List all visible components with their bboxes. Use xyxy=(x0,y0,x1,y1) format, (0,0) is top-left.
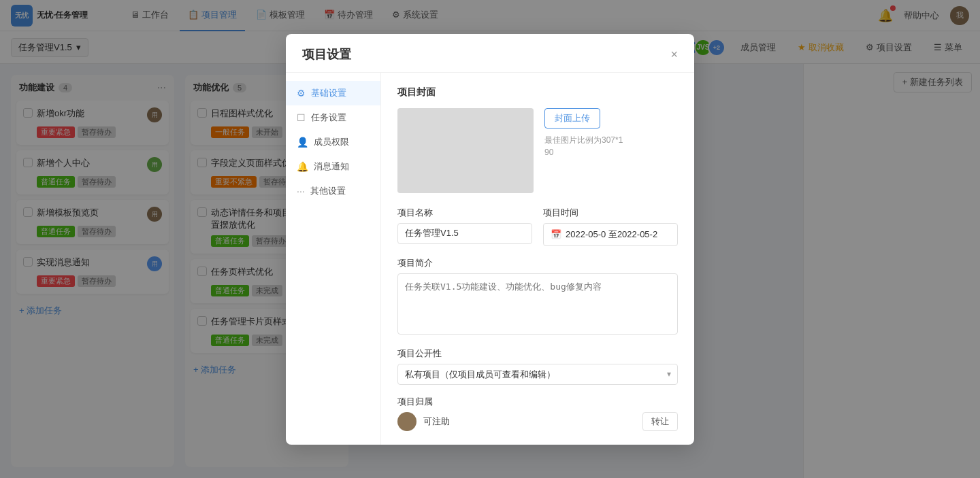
cover-section-title: 项目封面 xyxy=(397,86,678,99)
task-settings-icon: ☐ xyxy=(297,112,306,123)
visibility-select-wrapper: 私有项目（仅项目成员可查看和编辑） ▾ xyxy=(397,364,678,385)
attribution-avatar xyxy=(397,412,416,431)
members-icon: 👤 xyxy=(297,137,308,148)
attribution-row: 可注助 转让 xyxy=(397,412,678,431)
visibility-label: 项目公开性 xyxy=(397,347,678,360)
modal-sidebar: ⚙ 基础设置 ☐ 任务设置 👤 成员权限 🔔 消息通知 ··· 其他设置 xyxy=(286,73,381,445)
project-settings-modal: 项目设置 × ⚙ 基础设置 ☐ 任务设置 👤 成员权限 🔔 xyxy=(286,34,694,445)
modal-overlay[interactable]: 项目设置 × ⚙ 基础设置 ☐ 任务设置 👤 成员权限 🔔 xyxy=(0,0,980,478)
modal-nav-members[interactable]: 👤 成员权限 xyxy=(286,130,380,154)
project-name-group: 项目名称 xyxy=(397,207,532,246)
project-name-input[interactable] xyxy=(397,223,532,244)
modal-nav-task-settings[interactable]: ☐ 任务设置 xyxy=(286,105,380,130)
intro-label: 项目简介 xyxy=(397,257,678,269)
attribution-label: 项目归属 xyxy=(397,396,678,408)
cover-preview xyxy=(397,108,534,193)
modal-nav-basic-settings[interactable]: ⚙ 基础设置 xyxy=(286,81,380,105)
project-time-group: 项目时间 📅 2022-05-0 至2022-05-2 xyxy=(543,207,678,246)
cover-upload-area: 封面上传 最佳图片比例为307*1 90 xyxy=(544,108,623,158)
calendar-icon: 📅 xyxy=(551,229,561,239)
name-time-row: 项目名称 项目时间 📅 2022-05-0 至2022-05-2 xyxy=(397,207,678,246)
attribution-name: 可注助 xyxy=(423,415,450,428)
intro-textarea[interactable] xyxy=(397,273,678,335)
modal-nav-notifications[interactable]: 🔔 消息通知 xyxy=(286,154,380,179)
project-time-input[interactable]: 📅 2022-05-0 至2022-05-2 xyxy=(543,223,678,246)
modal-body: ⚙ 基础设置 ☐ 任务设置 👤 成员权限 🔔 消息通知 ··· 其他设置 xyxy=(286,73,694,445)
transfer-button[interactable]: 转让 xyxy=(642,412,678,431)
notification-icon: 🔔 xyxy=(297,161,308,172)
visibility-group: 项目公开性 私有项目（仅项目成员可查看和编辑） ▾ xyxy=(397,347,678,385)
intro-group: 项目简介 xyxy=(397,257,678,337)
visibility-select[interactable]: 私有项目（仅项目成员可查看和编辑） xyxy=(397,364,678,385)
project-time-label: 项目时间 xyxy=(543,207,678,219)
attribution-group: 项目归属 可注助 转让 xyxy=(397,396,678,431)
modal-header: 项目设置 × xyxy=(286,34,694,73)
cover-row: 封面上传 最佳图片比例为307*1 90 xyxy=(397,108,678,193)
modal-main-content: 项目封面 封面上传 最佳图片比例为307*1 90 项目名称 xyxy=(381,73,694,445)
project-name-label: 项目名称 xyxy=(397,207,532,219)
close-icon[interactable]: × xyxy=(670,48,678,61)
cover-upload-button[interactable]: 封面上传 xyxy=(544,108,600,129)
other-settings-icon: ··· xyxy=(297,186,305,197)
modal-nav-other[interactable]: ··· 其他设置 xyxy=(286,179,380,203)
cover-hint: 最佳图片比例为307*1 90 xyxy=(544,134,623,158)
modal-title: 项目设置 xyxy=(302,46,351,63)
settings-circle-icon: ⚙ xyxy=(297,88,306,99)
